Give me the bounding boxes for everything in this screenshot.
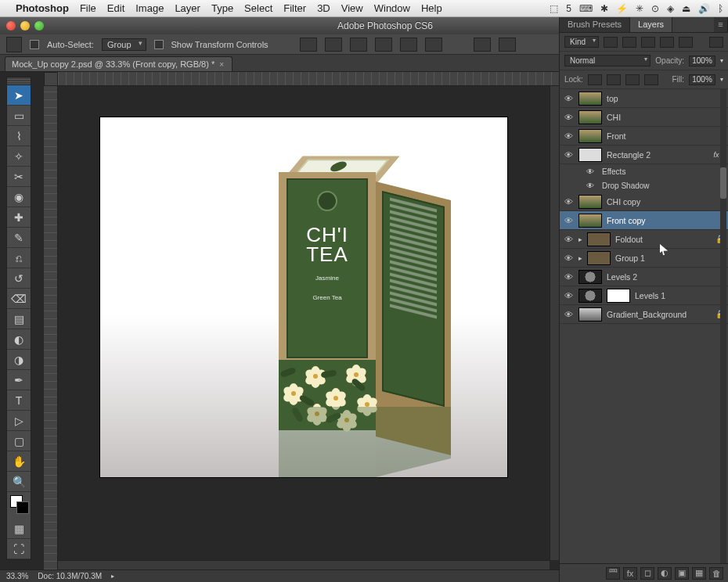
layer-thumbnail[interactable] bbox=[578, 214, 602, 228]
current-tool-icon[interactable] bbox=[6, 37, 22, 52]
volume-icon[interactable]: 🔊 bbox=[698, 3, 710, 14]
sync-icon[interactable]: ✱ bbox=[600, 3, 608, 14]
distribute-v-icon[interactable] bbox=[499, 38, 516, 52]
type-tool-icon[interactable]: T bbox=[7, 390, 31, 411]
menu-select[interactable]: Select bbox=[244, 2, 272, 14]
layer-row[interactable]: 👁Front copy bbox=[560, 211, 728, 230]
lasso-tool-icon[interactable]: ⌇ bbox=[7, 126, 31, 146]
layer-name-label[interactable]: CHI bbox=[607, 113, 725, 122]
zoom-button[interactable] bbox=[34, 21, 44, 31]
folder-icon[interactable]: ▣ bbox=[675, 567, 689, 580]
layer-thumbnail[interactable] bbox=[587, 232, 611, 246]
doc-info-arrow-icon[interactable]: ▸ bbox=[111, 573, 114, 580]
layer-name-label[interactable]: Levels 1 bbox=[635, 291, 725, 300]
layer-row[interactable]: 👁Front bbox=[560, 127, 728, 146]
bluetooth-icon[interactable]: ᛒ bbox=[718, 3, 723, 14]
layer-name-label[interactable]: top bbox=[607, 94, 725, 103]
tab-layers[interactable]: Layers bbox=[630, 17, 672, 32]
layer-name-label[interactable]: Gradient_Background bbox=[607, 310, 711, 319]
layer-thumbnail[interactable] bbox=[578, 195, 602, 209]
adjustment-icon[interactable]: ◐ bbox=[658, 567, 672, 580]
menu-view[interactable]: View bbox=[341, 2, 363, 14]
menu-image[interactable]: Image bbox=[135, 2, 164, 14]
layer-thumbnail[interactable] bbox=[587, 251, 611, 265]
show-transform-checkbox[interactable] bbox=[154, 40, 164, 49]
visibility-toggle-icon[interactable]: 👁 bbox=[563, 234, 574, 245]
document-canvas[interactable]: CH'I TEA Jasmine Green Tea bbox=[100, 117, 507, 477]
scrollbar-vertical[interactable] bbox=[550, 86, 559, 560]
opacity-arrow-icon[interactable]: ▾ bbox=[720, 57, 723, 64]
fill-arrow-icon[interactable]: ▾ bbox=[720, 76, 723, 83]
minimize-button[interactable] bbox=[20, 21, 30, 31]
trash-icon[interactable]: 🗑 bbox=[709, 567, 723, 580]
visibility-toggle-icon[interactable]: 👁 bbox=[586, 167, 597, 176]
star-icon[interactable]: ✳ bbox=[636, 3, 643, 14]
lock-pixels-icon[interactable] bbox=[607, 74, 621, 85]
visibility-toggle-icon[interactable]: 👁 bbox=[563, 309, 574, 320]
viewport[interactable]: CH'I TEA Jasmine Green Tea bbox=[58, 86, 550, 560]
tab-brush-presets[interactable]: Brush Presets bbox=[560, 17, 630, 32]
visibility-toggle-icon[interactable]: 👁 bbox=[563, 149, 574, 160]
visibility-toggle-icon[interactable]: 👁 bbox=[563, 290, 574, 301]
panel-menu-icon[interactable]: ≡ bbox=[714, 17, 728, 32]
hand-tool-icon[interactable]: ✋ bbox=[7, 451, 31, 472]
visibility-toggle-icon[interactable]: 👁 bbox=[563, 215, 574, 226]
eyedropper-tool-icon[interactable]: ◉ bbox=[7, 187, 31, 207]
visibility-toggle-icon[interactable]: 👁 bbox=[563, 271, 574, 282]
background-swatch[interactable] bbox=[16, 501, 29, 514]
layer-name-label[interactable]: Rectangle 2 bbox=[607, 150, 708, 160]
visibility-toggle-icon[interactable]: 👁 bbox=[563, 131, 574, 142]
path-tool-icon[interactable]: ▷ bbox=[7, 411, 31, 431]
align-center-icon[interactable] bbox=[325, 38, 342, 52]
blend-mode-dropdown[interactable]: Normal bbox=[564, 55, 651, 66]
layer-thumbnail[interactable] bbox=[578, 129, 602, 143]
crop-tool-icon[interactable]: ✂ bbox=[7, 167, 31, 187]
align-bottom-icon[interactable] bbox=[425, 38, 442, 52]
layer-name-label[interactable]: Levels 2 bbox=[607, 272, 725, 282]
close-button[interactable] bbox=[6, 21, 16, 31]
layers-list[interactable]: 👁top👁CHI👁Front👁Rectangle 2fx ▾👁Effects👁D… bbox=[560, 89, 728, 563]
shape-tool-icon[interactable]: ▢ bbox=[7, 431, 31, 451]
marquee-tool-icon[interactable]: ▭ bbox=[7, 106, 31, 126]
menu-filter[interactable]: Filter bbox=[283, 2, 306, 14]
layer-name-label[interactable]: Foldout bbox=[615, 235, 711, 244]
new-layer-icon[interactable]: ▦ bbox=[692, 567, 706, 580]
layer-row[interactable]: 👁▸Foldout🔒 bbox=[560, 230, 728, 249]
zoom-tool-icon[interactable]: 🔍 bbox=[7, 472, 31, 492]
move-tool-icon[interactable]: ➤ bbox=[7, 85, 31, 106]
layer-row[interactable]: 👁Levels 1 bbox=[560, 286, 728, 305]
folder-disclosure-icon[interactable]: ▸ bbox=[578, 254, 582, 262]
ruler-vertical[interactable] bbox=[44, 86, 58, 569]
layer-row[interactable]: 👁Levels 2 bbox=[560, 268, 728, 286]
menu-photoshop[interactable]: Photoshop bbox=[16, 2, 69, 14]
notif-count[interactable]: 5 bbox=[566, 3, 571, 14]
brush-tool-icon[interactable]: ✎ bbox=[7, 228, 31, 248]
layer-effect-item[interactable]: 👁Effects bbox=[560, 164, 728, 178]
filter-pixel-icon[interactable] bbox=[604, 37, 618, 48]
layer-thumbnail[interactable] bbox=[578, 307, 602, 322]
menu-window[interactable]: Window bbox=[374, 2, 410, 14]
layers-scrollbar[interactable] bbox=[720, 89, 726, 563]
color-swatches[interactable] bbox=[7, 492, 31, 519]
blur-tool-icon[interactable]: ◐ bbox=[7, 329, 31, 350]
align-left-icon[interactable] bbox=[300, 38, 317, 52]
layer-name-label[interactable]: CHI copy bbox=[607, 197, 725, 207]
filter-kind-dropdown[interactable]: Kind bbox=[564, 36, 599, 48]
cc-icon[interactable]: ⬚ bbox=[550, 3, 558, 14]
layer-row[interactable]: 👁top bbox=[560, 89, 728, 108]
layer-mask-thumbnail[interactable] bbox=[607, 289, 630, 303]
quickmask-icon[interactable]: ▦ bbox=[7, 519, 31, 539]
align-top-icon[interactable] bbox=[375, 38, 392, 52]
folder-disclosure-icon[interactable]: ▸ bbox=[578, 235, 582, 243]
close-tab-icon[interactable]: × bbox=[219, 60, 224, 69]
layer-row[interactable]: 👁CHI bbox=[560, 108, 728, 127]
align-middle-icon[interactable] bbox=[400, 38, 417, 52]
layer-name-label[interactable]: Front bbox=[607, 131, 725, 141]
filter-shape-icon[interactable] bbox=[660, 37, 674, 48]
lock-all-icon[interactable] bbox=[644, 74, 658, 85]
layer-row[interactable]: 👁▸Group 1 bbox=[560, 249, 728, 268]
eraser-tool-icon[interactable]: ⌫ bbox=[7, 289, 31, 309]
fill-field[interactable]: 100% bbox=[689, 74, 715, 85]
mask-icon[interactable]: ◻ bbox=[640, 567, 654, 580]
zoom-field[interactable]: 33.3% bbox=[6, 572, 28, 580]
